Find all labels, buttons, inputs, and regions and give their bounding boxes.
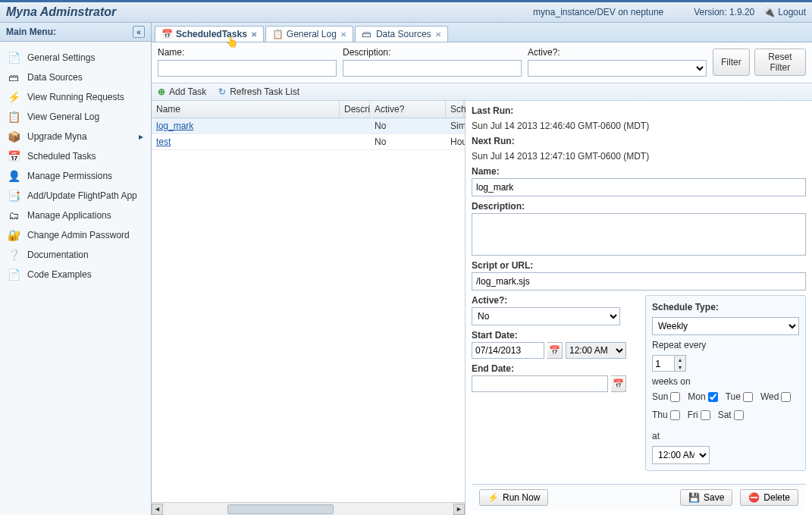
start-date-label: Start Date: [472, 330, 636, 341]
tab-data-sources[interactable]: 🗃 Data Sources ✕ [355, 26, 448, 42]
logout-label: Logout [778, 7, 806, 17]
filter-bar: Name: Description: Active?: Filter Reset… [152, 42, 812, 83]
sidebar-item-manage-permissions[interactable]: 👤 Manage Permissions [0, 166, 151, 186]
detail-desc-textarea[interactable] [472, 213, 806, 256]
collapse-sidebar-button[interactable]: « [133, 26, 145, 38]
day-label: Thu [652, 410, 668, 420]
scroll-right-arrow[interactable]: ► [453, 504, 465, 515]
menu-item-label: View General Log [27, 111, 99, 122]
save-button[interactable]: 💾 Save [680, 489, 732, 506]
end-date-input[interactable] [472, 375, 608, 392]
detail-footer: ⚡ Run Now 💾 Save ⛔ Delete [472, 484, 806, 510]
menu-icon: 📄 [8, 52, 20, 64]
sidebar-item-change-admin-password[interactable]: 🔐 Change Admin Password [0, 225, 151, 245]
menu-icon: ❔ [8, 249, 20, 261]
tab-close-icon[interactable]: ✕ [340, 30, 346, 39]
day-label: Fri [688, 410, 698, 420]
menu-item-label: Upgrade Myna [27, 131, 87, 142]
end-date-picker-icon[interactable]: 📅 [611, 375, 626, 392]
sidebar-item-data-sources[interactable]: 🗃 Data Sources [0, 68, 151, 87]
task-link[interactable]: log_mark [156, 121, 193, 131]
tab-scheduledtasks[interactable]: 📅 ScheduledTasks ✕ [155, 26, 264, 42]
sidebar-item-manage-applications[interactable]: 🗂 Manage Applications [0, 206, 151, 225]
refresh-task-list-button[interactable]: ↻ Refresh Task List [218, 86, 299, 97]
horizontal-scrollbar[interactable]: ◄ ► [152, 502, 465, 515]
sidebar-item-add-update-flightpath-app[interactable]: 📑 Add/Update FlightPath App [0, 186, 151, 206]
day-checkbox-tue[interactable] [743, 392, 753, 402]
menu-icon: ⚡ [8, 91, 20, 103]
add-task-button[interactable]: ⊕ Add Task [158, 86, 206, 97]
detail-name-input[interactable] [472, 178, 806, 196]
start-date-picker-icon[interactable]: 📅 [547, 342, 563, 359]
day-checkbox-wed[interactable] [781, 392, 791, 402]
repeat-every-input[interactable] [652, 355, 675, 372]
app-title: Myna Adminstrator [6, 5, 116, 19]
tab-close-icon[interactable]: ✕ [251, 30, 257, 39]
start-date-input[interactable] [472, 342, 544, 359]
detail-active-select[interactable]: No [472, 307, 620, 325]
sidebar-item-documentation[interactable]: ❔ Documentation [0, 245, 151, 265]
day-checkbox-fri[interactable] [701, 410, 710, 420]
scroll-left-arrow[interactable]: ◄ [152, 504, 163, 515]
menu-icon: 🗂 [8, 209, 20, 221]
version-info: Version: 1.9.20 [694, 7, 754, 17]
add-icon: ⊕ [158, 86, 165, 97]
table-row[interactable]: log_mark No Sim [152, 118, 465, 134]
sidebar-item-scheduled-tasks[interactable]: 📅 Scheduled Tasks [0, 146, 151, 166]
repeat-every-spinner[interactable]: ▲ ▼ [652, 355, 799, 372]
filter-desc-input[interactable] [343, 60, 522, 77]
last-run-value: Sun Jul 14 2013 12:46:40 GMT-0600 (MDT) [472, 121, 806, 131]
filter-active-select[interactable] [528, 60, 707, 77]
sidebar-item-view-general-log[interactable]: 📋 View General Log [0, 107, 151, 127]
table-row[interactable]: test No Hou [152, 134, 465, 150]
sidebar-item-upgrade-myna[interactable]: 📦 Upgrade Myna ▸ [0, 127, 151, 146]
filter-name-input[interactable] [158, 60, 337, 77]
task-link[interactable]: test [156, 137, 171, 147]
tab-label: ScheduledTasks [176, 29, 247, 39]
day-sat: Sat [718, 410, 744, 420]
grid-header: Name Descri Active? Sch [152, 101, 465, 118]
tab-close-icon[interactable]: ✕ [435, 30, 441, 39]
day-checkbox-mon[interactable] [708, 392, 718, 402]
detail-script-input[interactable] [472, 272, 806, 290]
sidebar-item-general-settings[interactable]: 📄 General Settings [0, 48, 151, 68]
scroll-thumb[interactable] [227, 504, 334, 514]
col-desc-header[interactable]: Descri [340, 101, 370, 118]
day-label: Mon [688, 391, 705, 402]
menu-icon: 📦 [8, 130, 20, 143]
reset-filter-button[interactable]: Reset Filter [754, 49, 806, 76]
menu-item-label: Manage Applications [27, 210, 111, 221]
at-time-select[interactable]: 12:00 AM [652, 446, 710, 464]
day-checkbox-sat[interactable] [734, 410, 744, 420]
days-group: Sun Mon Tue Wed Thu Fri Sat [652, 391, 799, 420]
day-sun: Sun [652, 391, 680, 402]
filter-button[interactable]: Filter [713, 49, 750, 76]
menu-item-label: Manage Permissions [27, 171, 112, 181]
schedule-type-select[interactable]: Weekly [652, 317, 799, 335]
menu-item-label: Documentation [27, 250, 89, 260]
tab-label: General Log [287, 29, 337, 39]
filter-desc-label: Description: [343, 47, 522, 58]
col-sched-header[interactable]: Sch [446, 101, 464, 118]
run-now-button[interactable]: ⚡ Run Now [479, 489, 548, 506]
day-checkbox-sun[interactable] [670, 392, 680, 402]
spinner-down-icon[interactable]: ▼ [675, 363, 685, 371]
tab-bar: 📅 ScheduledTasks ✕📋 General Log ✕🗃 Data … [152, 23, 812, 42]
menu-icon: 📑 [8, 190, 20, 202]
logout-link[interactable]: 🔌 Logout [763, 7, 806, 17]
delete-button[interactable]: ⛔ Delete [740, 489, 798, 506]
repeat-every-label: Repeat every [652, 340, 799, 350]
menu-item-label: Add/Update FlightPath App [27, 190, 137, 201]
sidebar-item-code-examples[interactable]: 📄 Code Examples [0, 265, 151, 284]
app-header: Myna Adminstrator myna_instance/DEV on n… [0, 0, 812, 23]
sidebar-item-view-running-requests[interactable]: ⚡ View Running Requests [0, 87, 151, 107]
start-time-select[interactable]: 12:00 AM [566, 342, 626, 359]
col-name-header[interactable]: Name [152, 101, 340, 118]
spinner-up-icon[interactable]: ▲ [675, 356, 685, 363]
col-active-header[interactable]: Active? [370, 101, 446, 118]
day-checkbox-thu[interactable] [670, 410, 680, 420]
logout-icon: 🔌 [763, 7, 775, 17]
day-label: Sun [652, 391, 668, 402]
tab-general-log[interactable]: 📋 General Log ✕ [265, 26, 353, 42]
sidebar-title: Main Menu: [6, 27, 56, 37]
